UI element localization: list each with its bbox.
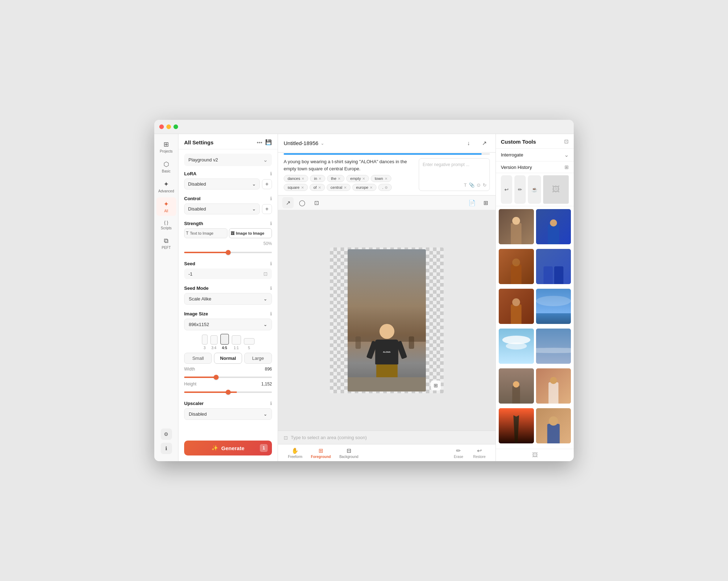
- sidebar-item-basic[interactable]: ⬡ Basic: [156, 158, 176, 176]
- history-undo-button[interactable]: ↩: [501, 175, 512, 204]
- lora-dropdown[interactable]: Disabled ⌄: [184, 178, 260, 190]
- size-preset-4-5[interactable]: 4:5: [220, 334, 229, 350]
- close-button[interactable]: [159, 124, 164, 129]
- control-add-button[interactable]: +: [262, 204, 272, 214]
- neg-text-icon[interactable]: T: [464, 182, 467, 188]
- prompt-text[interactable]: A young boy wearing a t-shirt saying "AL…: [284, 158, 414, 172]
- tag-close-icon-6: ✕: [301, 186, 304, 190]
- gallery-item-3[interactable]: [499, 249, 534, 284]
- width-label: Width: [184, 367, 195, 372]
- file-button[interactable]: 📄: [466, 197, 478, 208]
- interrogate-chevron-icon[interactable]: ⌄: [564, 151, 569, 158]
- control-dropdown[interactable]: Disabled ⌄: [184, 203, 260, 214]
- image-to-image-button[interactable]: 🖼 Image to Image: [229, 228, 272, 238]
- tag-the[interactable]: the ✕: [327, 175, 344, 182]
- share-button[interactable]: ↗: [478, 138, 490, 149]
- size-large-button[interactable]: Large: [244, 353, 272, 364]
- tag-town[interactable]: town ✕: [371, 175, 391, 182]
- upscaler-info-icon[interactable]: ℹ: [270, 401, 272, 406]
- basic-icon: ⬡: [164, 160, 169, 168]
- gallery-item-11[interactable]: [499, 408, 534, 443]
- gallery-item-12[interactable]: [536, 408, 571, 443]
- more-options-icon[interactable]: •••: [257, 139, 262, 145]
- erase-paint-tool-button[interactable]: ◯: [296, 197, 308, 208]
- layer-stack-icon[interactable]: ⊞: [431, 380, 441, 390]
- tag-empty[interactable]: empty ✕: [346, 175, 369, 182]
- sidebar-item-scripts[interactable]: { } Scripts: [156, 217, 176, 233]
- version-history-grid-icon[interactable]: ⊞: [564, 164, 569, 170]
- negative-prompt-text[interactable]: Enter negative prompt ...: [423, 162, 486, 167]
- save-icon[interactable]: 💾: [265, 139, 272, 145]
- settings-gear-button[interactable]: ⚙: [161, 428, 172, 440]
- minimize-button[interactable]: [166, 124, 171, 129]
- sidebar-item-peft[interactable]: ⧉ PEFT: [156, 234, 176, 252]
- panel-layout-icon[interactable]: ⊡: [564, 138, 569, 145]
- download-button[interactable]: ↓: [463, 138, 474, 149]
- size-normal-button[interactable]: Normal: [214, 353, 242, 364]
- history-filter-button[interactable]: ☕: [528, 175, 541, 204]
- width-slider[interactable]: [184, 377, 272, 378]
- tag-in[interactable]: in ✕: [310, 175, 325, 182]
- erase-button[interactable]: ✏ Erase: [450, 445, 467, 461]
- strength-slider[interactable]: [184, 252, 272, 253]
- sidebar-item-all[interactable]: ✦ All: [156, 197, 176, 216]
- size-preset-1-1[interactable]: 1:1: [232, 335, 241, 350]
- tag-central[interactable]: central ✕: [327, 184, 350, 191]
- gallery-item-10[interactable]: [536, 368, 571, 404]
- seed-mode-dropdown[interactable]: Scale Alike ⌄: [184, 293, 272, 305]
- seed-input[interactable]: -1 ⊡: [184, 268, 272, 279]
- peft-icon: ⧉: [164, 237, 168, 245]
- lora-info-icon[interactable]: ℹ: [270, 171, 272, 176]
- neg-refresh-icon[interactable]: ↻: [483, 182, 487, 188]
- control-info-icon[interactable]: ℹ: [270, 196, 272, 201]
- tag-europe[interactable]: europe ✕: [352, 184, 376, 191]
- neg-search-icon[interactable]: ⊙: [477, 182, 481, 188]
- size-preset-3[interactable]: 3: [202, 335, 208, 350]
- size-small-button[interactable]: Small: [184, 353, 212, 364]
- image-size-dropdown[interactable]: 896x1152 ⌄: [184, 319, 272, 330]
- gallery-item-2[interactable]: [536, 209, 571, 244]
- layers-button[interactable]: ⊞: [480, 197, 491, 208]
- lora-add-button[interactable]: +: [262, 179, 272, 189]
- tag-of[interactable]: of ✕: [310, 184, 325, 191]
- panel-bottom-image-icon[interactable]: 🖼: [496, 449, 574, 461]
- restore-button[interactable]: ↩ Restore: [469, 445, 490, 461]
- sidebar-item-projects[interactable]: ⊞ Projects: [156, 138, 176, 156]
- gallery-item-7[interactable]: [499, 329, 534, 364]
- tag-square[interactable]: square ✕: [284, 184, 308, 191]
- height-slider[interactable]: [184, 391, 272, 393]
- playground-selector[interactable]: Playground v2 ⌄: [184, 154, 272, 166]
- info-button[interactable]: ℹ: [161, 443, 172, 454]
- strength-info-icon[interactable]: ℹ: [270, 221, 272, 226]
- gallery-item-4[interactable]: [536, 249, 571, 284]
- mask-tool-button[interactable]: ⊡: [311, 197, 322, 208]
- tag-dances[interactable]: dances ✕: [284, 175, 308, 182]
- background-tool[interactable]: ⊟ Background: [335, 445, 363, 461]
- seed-mode-info-icon[interactable]: ℹ: [270, 286, 272, 291]
- gallery-item-6[interactable]: [536, 289, 571, 324]
- gallery-item-5[interactable]: [499, 289, 534, 324]
- gallery-item-1[interactable]: [499, 209, 534, 244]
- tag-period[interactable]: . ⚙: [378, 184, 392, 191]
- seed-info-icon[interactable]: ℹ: [270, 261, 272, 266]
- select-tool-button[interactable]: ↗: [282, 197, 294, 208]
- fullscreen-button[interactable]: [173, 124, 178, 129]
- sidebar-item-advanced[interactable]: ✦ Advanced: [156, 177, 176, 196]
- seed-refresh-icon[interactable]: ⊡: [263, 271, 268, 277]
- gallery-item-9[interactable]: [499, 368, 534, 404]
- canvas-area: ↗ ◯ ⊡ 📄 ⊞: [278, 196, 496, 461]
- neg-clip-icon[interactable]: 📎: [469, 182, 475, 188]
- generate-button[interactable]: ✨ Generate 1: [184, 441, 272, 455]
- freeform-tool[interactable]: ✋ Freeform: [284, 445, 307, 461]
- size-preset-3-4[interactable]: 3:4: [210, 335, 218, 350]
- image-size-info-icon[interactable]: ℹ: [270, 311, 272, 316]
- doc-title[interactable]: Untitled-18956 ⌄: [284, 140, 324, 146]
- upscaler-dropdown[interactable]: Disabled ⌄: [184, 408, 272, 420]
- history-edit-button[interactable]: ✏: [514, 175, 526, 204]
- text-to-image-button[interactable]: T Text to Image: [184, 228, 228, 238]
- selection-placeholder[interactable]: Type to select an area (coming soon): [291, 435, 367, 440]
- foreground-tool[interactable]: ⊞ Foreground: [307, 445, 335, 461]
- version-history-row: Version History ⊞: [496, 161, 574, 173]
- gallery-item-8[interactable]: [536, 329, 571, 364]
- size-preset-5[interactable]: 5: [244, 338, 255, 350]
